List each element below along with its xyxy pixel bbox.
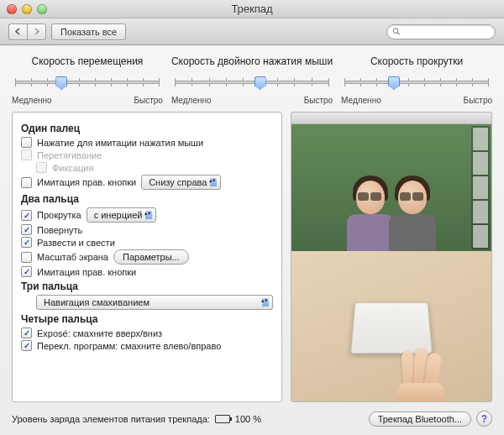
svg-line-1 [397,33,400,35]
close-icon[interactable] [7,4,17,14]
one-finger-heading: Один палец [21,123,273,134]
scroll-mode-popup[interactable]: с инерцией ▴▾ [87,207,157,223]
dragging-row: Перетягивание [21,149,273,160]
tap-to-click-row[interactable]: Нажатие для имитации нажатия мыши [21,137,273,148]
tap-to-click-checkbox[interactable] [21,137,32,148]
expose-checkbox[interactable] [21,328,32,338]
scroll-speed-block: Скорость прокрутки МедленноБыстро [341,55,492,105]
toolbar: Показать все [0,18,504,45]
battery-label: Уровень заряда элементов питания трекпад… [12,414,210,424]
screen-zoom-options-button[interactable]: Параметры... [113,249,189,265]
gesture-preview [291,112,492,402]
scroll-speed-label: Скорость прокрутки [370,55,463,67]
hand-icon [396,346,448,402]
zoom-icon[interactable] [37,4,47,14]
expose-row[interactable]: Exposé: смахните вверх/вниз [21,328,273,338]
bluetooth-trackpad-button[interactable]: Трекпад Bluetooth... [369,411,471,427]
preview-screen [291,113,491,251]
pinch-row[interactable]: Развести и свести [21,237,273,248]
nav-buttons [8,24,46,40]
window-title: Трекпад [231,3,272,15]
two-fingers-heading: Два пальца [21,193,273,205]
double-click-speed-slider[interactable] [171,72,333,94]
app-switch-checkbox[interactable] [21,340,32,351]
secondary-click-1f-row[interactable]: Имитация прав. кнопки Снизу справа ▴▾ [21,175,273,190]
scroll-speed-slider[interactable] [341,72,492,94]
screen-zoom-row[interactable]: Масштаб экрана Параметры... [21,249,273,265]
dragging-checkbox [21,149,32,160]
app-switch-row[interactable]: Перекл. программ: смахните влево/вправо [21,340,273,351]
titlebar: Трекпад [0,0,504,18]
scroll-checkbox[interactable] [21,210,32,221]
secondary-click-2f-checkbox[interactable] [21,266,32,277]
tracking-speed-block: Скорость перемещения МедленноБыстро [12,55,163,105]
show-all-button[interactable]: Показать все [51,24,126,40]
three-finger-action-popup[interactable]: Навигация смахиванием ▴▾ [36,295,273,310]
minimize-icon[interactable] [22,4,32,14]
forward-button[interactable] [27,24,46,40]
speed-sliders: Скорость перемещения МедленноБыстро Скор… [12,55,492,105]
gesture-options-panel: Один палец Нажатие для имитации нажатия … [12,112,282,402]
window-controls [0,4,47,14]
search-field[interactable] [386,24,496,39]
rotate-checkbox[interactable] [21,224,32,235]
secondary-click-1f-checkbox[interactable] [21,177,32,188]
three-finger-action-row[interactable]: Навигация смахиванием ▴▾ [21,295,273,310]
secondary-click-position-popup[interactable]: Снизу справа ▴▾ [141,175,221,190]
search-input[interactable] [404,27,490,37]
battery-value: 100 % [235,414,261,424]
secondary-click-2f-row[interactable]: Имитация прав. кнопки [21,266,273,277]
footer: Уровень заряда элементов питания трекпад… [12,411,492,427]
battery-icon [215,415,230,423]
double-click-speed-block: Скорость двойного нажатия мыши МедленноБ… [171,55,333,105]
svg-point-0 [393,29,398,34]
drag-lock-row: Фиксация [21,162,273,173]
search-icon [392,27,401,36]
system-preferences-window: Трекпад Показать все Скорость перемещени… [0,0,504,435]
help-button[interactable]: ? [476,411,492,427]
drag-lock-checkbox [36,162,47,173]
four-fingers-heading: Четыре пальца [21,313,273,325]
screen-zoom-checkbox[interactable] [21,252,32,263]
pinch-checkbox[interactable] [21,237,32,248]
rotate-row[interactable]: Повернуть [21,224,273,235]
tracking-speed-slider[interactable] [12,72,163,94]
back-button[interactable] [8,24,27,40]
three-fingers-heading: Три пальца [21,280,273,292]
scroll-row[interactable]: Прокрутка с инерцией ▴▾ [21,207,273,223]
content: Скорость перемещения МедленноБыстро Скор… [0,45,504,435]
main-area: Один палец Нажатие для имитации нажатия … [12,112,492,402]
double-click-speed-label: Скорость двойного нажатия мыши [171,55,333,67]
tracking-speed-label: Скорость перемещения [32,55,144,67]
preview-trackpad [291,251,491,401]
